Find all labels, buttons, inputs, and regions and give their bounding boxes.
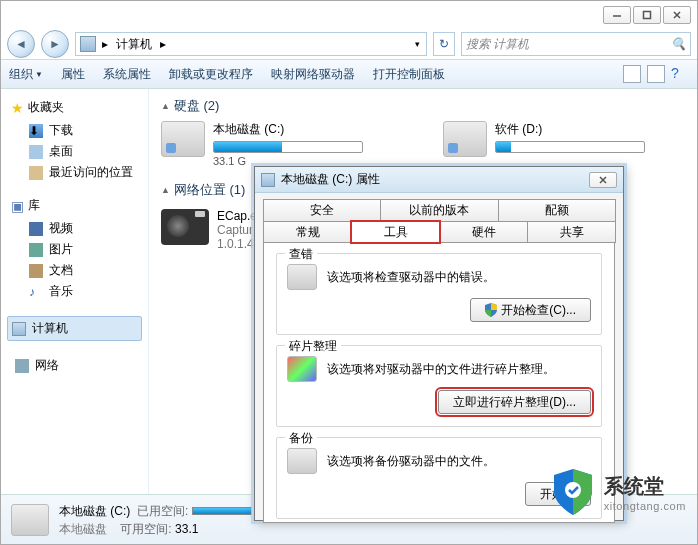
defrag-desc: 该选项将对驱动器中的文件进行碎片整理。 [327,361,591,378]
status-used-label: 已用空间: [137,504,188,518]
refresh-button[interactable]: ↻ [433,32,455,56]
sidebar-recent[interactable]: 最近访问的位置 [11,162,142,183]
defrag-button[interactable]: 立即进行碎片整理(D)... [438,390,591,414]
tab-hardware[interactable]: 硬件 [439,221,528,243]
shield-icon [550,467,596,517]
drive-icon [443,121,487,157]
breadcrumb-sep: ▸ [158,37,168,51]
titlebar [1,1,697,29]
sidebar-computer[interactable]: 计算机 [7,316,142,341]
status-drive-icon [11,504,49,536]
minimize-button[interactable] [603,6,631,24]
nav-forward-button[interactable]: ► [41,30,69,58]
toolbar-sysprops[interactable]: 系统属性 [103,66,151,83]
status-free-label: 可用空间: [120,522,171,536]
preview-icon[interactable] [647,65,665,83]
drive-c-label: 本地磁盘 (C:) [213,121,383,138]
ecap-l3: 1.0.1.4 [217,237,257,251]
computer-icon [80,36,96,52]
drive-d-label: 软件 (D:) [495,121,665,138]
dialog-title: 本地磁盘 (C:) 属性 [281,171,380,188]
defrag-icon [287,356,317,382]
drive-icon [161,121,205,157]
tab-general[interactable]: 常规 [263,221,352,243]
sidebar-favorites-head[interactable]: ★收藏夹 [11,99,142,116]
search-box[interactable]: 搜索 计算机 🔍 [461,32,691,56]
drive-icon [261,173,275,187]
backup-title: 备份 [285,430,317,447]
breadcrumb-sep: ▸ [100,37,110,51]
sidebar-libraries-head[interactable]: ▣库 [11,197,142,214]
drive-d[interactable]: 软件 (D:) [443,121,665,167]
tabs: 安全 以前的版本 配额 常规 工具 硬件 共享 [263,199,615,243]
check-group: 查错 该选项将检查驱动器中的错误。 开始检查(C)... [276,253,602,335]
toolbar-properties[interactable]: 属性 [61,66,85,83]
defrag-title: 碎片整理 [285,338,341,355]
check-desc: 该选项将检查驱动器中的错误。 [327,269,591,286]
check-title: 查错 [285,246,317,263]
drive-c[interactable]: 本地磁盘 (C:) 33.1 G [161,121,383,167]
sidebar-music[interactable]: ♪音乐 [11,281,142,302]
sidebar-desktop[interactable]: 桌面 [11,141,142,162]
shield-icon [485,303,497,317]
backup-icon [287,448,317,474]
status-name: 本地磁盘 (C:) [59,504,130,518]
ecap-l2: Captur [217,223,257,237]
search-icon: 🔍 [671,37,686,51]
address-bar[interactable]: ▸ 计算机 ▸ ▾ [75,32,427,56]
tab-security[interactable]: 安全 [263,199,381,221]
toolbar-organize[interactable]: 组织▼ [9,66,43,83]
toolbar-mapdrive[interactable]: 映射网络驱动器 [271,66,355,83]
tab-sharing[interactable]: 共享 [527,221,616,243]
sidebar-pictures[interactable]: 图片 [11,239,142,260]
tab-previous-versions[interactable]: 以前的版本 [380,199,498,221]
drives-section-head[interactable]: ▲硬盘 (2) [161,97,697,115]
status-type: 本地磁盘 [59,522,107,536]
svg-point-2 [565,482,581,498]
sidebar: ★收藏夹 ⬇下载 桌面 最近访问的位置 ▣库 视频 图片 文档 ♪音乐 计算机 … [1,89,149,494]
tab-tools[interactable]: 工具 [351,221,440,243]
close-button[interactable] [663,6,691,24]
watermark: 系统堂 xitongtang.com [550,467,686,517]
camera-icon [161,209,209,245]
sidebar-videos[interactable]: 视频 [11,218,142,239]
breadcrumb-item[interactable]: 计算机 [114,36,154,53]
toolbar-uninstall[interactable]: 卸载或更改程序 [169,66,253,83]
dialog-close-button[interactable] [589,172,617,188]
dialog-titlebar[interactable]: 本地磁盘 (C:) 属性 [255,167,623,193]
sidebar-downloads[interactable]: ⬇下载 [11,120,142,141]
watermark-brand: 系统堂 [604,473,686,500]
ecap-name: ECap.e [217,209,257,223]
toolbar: 组织▼ 属性 系统属性 卸载或更改程序 映射网络驱动器 打开控制面板 ? [1,59,697,89]
check-button[interactable]: 开始检查(C)... [470,298,591,322]
status-free-val: 33.1 [175,522,198,536]
tab-quota[interactable]: 配额 [498,199,616,221]
svg-rect-1 [644,12,651,19]
sidebar-documents[interactable]: 文档 [11,260,142,281]
check-disk-icon [287,264,317,290]
sidebar-network[interactable]: 网络 [11,355,142,376]
defrag-group: 碎片整理 该选项将对驱动器中的文件进行碎片整理。 立即进行碎片整理(D)... [276,345,602,427]
search-placeholder: 搜索 计算机 [466,36,529,53]
help-icon[interactable]: ? [671,65,689,83]
toolbar-controlpanel[interactable]: 打开控制面板 [373,66,445,83]
view-icon[interactable] [623,65,641,83]
navbar: ◄ ► ▸ 计算机 ▸ ▾ ↻ 搜索 计算机 🔍 [1,29,697,59]
maximize-button[interactable] [633,6,661,24]
drive-c-usage-bar [213,141,363,153]
nav-back-button[interactable]: ◄ [7,30,35,58]
drive-d-usage-bar [495,141,645,153]
watermark-url: xitongtang.com [604,500,686,512]
